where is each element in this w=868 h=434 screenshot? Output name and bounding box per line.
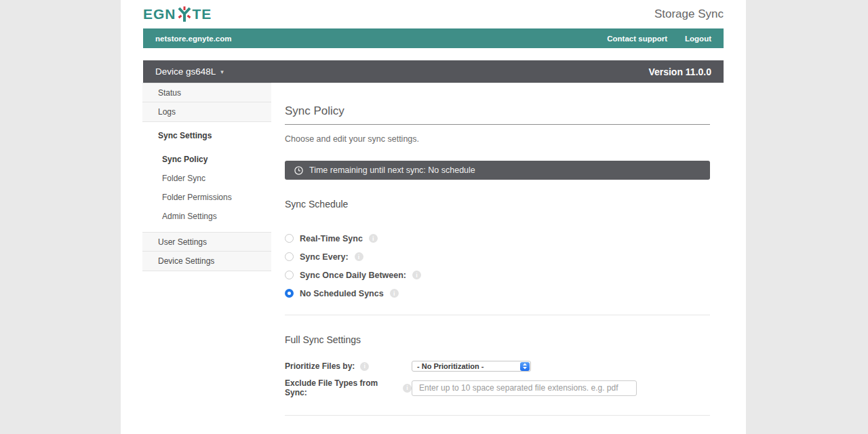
domain-name: netstore.egnyte.com (155, 35, 231, 43)
full-sync-settings-heading: Full Sync Settings (285, 334, 710, 345)
radio-option-real-time-sync[interactable]: Real-Time Sync i (285, 229, 710, 248)
top-header: EGN TE Storage Sync (121, 0, 746, 28)
sidebar-item-folder-sync[interactable]: Folder Sync (142, 169, 271, 188)
app-title: Storage Sync (654, 7, 724, 21)
sidebar-group-sync-settings: Sync Settings Sync Policy Folder Sync Fo… (142, 122, 271, 232)
sync-schedule-heading: Sync Schedule (285, 199, 710, 210)
title-divider (285, 124, 710, 125)
section-divider (285, 315, 710, 315)
sync-schedule-options: Real-Time Sync i Sync Every: i Sync Once… (285, 229, 710, 302)
radio-button[interactable] (285, 271, 294, 279)
main-area: Status Logs Sync Settings Sync Policy Fo… (142, 83, 746, 434)
prioritize-files-label: Prioritize Files by: (285, 361, 355, 371)
info-icon[interactable]: i (403, 384, 412, 393)
radio-button[interactable] (285, 252, 294, 261)
logout-link[interactable]: Logout (685, 35, 711, 43)
exclude-file-types-row: Exclude File Types from Sync: i (285, 378, 710, 397)
sidebar-item-user-settings[interactable]: User Settings (142, 232, 271, 252)
contact-support-link[interactable]: Contact support (607, 35, 667, 43)
sidebar-item-status[interactable]: Status (142, 83, 271, 102)
exclude-file-types-input[interactable] (412, 380, 637, 396)
info-icon[interactable]: i (412, 271, 421, 279)
page-title: Sync Policy (285, 104, 710, 118)
info-icon[interactable]: i (360, 362, 369, 371)
device-bar: Device gs648L ▾ Version 11.0.0 (143, 60, 724, 83)
radio-button-selected[interactable] (285, 289, 294, 298)
sidebar-item-logs[interactable]: Logs (142, 102, 271, 122)
info-icon[interactable]: i (390, 289, 399, 298)
radio-option-sync-every[interactable]: Sync Every: i (285, 248, 710, 266)
device-selector[interactable]: Device gs648L ▾ (155, 66, 224, 77)
sidebar-item-admin-settings[interactable]: Admin Settings (142, 207, 271, 226)
logo-text-left: EGN (143, 6, 176, 22)
chevron-down-icon: ▾ (220, 68, 224, 75)
logo-text-right: TE (193, 6, 212, 22)
device-name: Device gs648L (155, 66, 216, 77)
radio-option-sync-once-daily[interactable]: Sync Once Daily Between: i (285, 266, 710, 284)
clock-icon (294, 166, 303, 175)
sync-time-banner: Time remaining until next sync: No sched… (285, 161, 710, 180)
sidebar-item-sync-policy[interactable]: Sync Policy (142, 150, 271, 169)
sidebar-item-folder-permissions[interactable]: Folder Permissions (142, 188, 271, 207)
section-divider (285, 415, 710, 416)
sidebar-item-sync-settings[interactable]: Sync Settings (142, 130, 271, 150)
sidebar-item-device-settings[interactable]: Device Settings (142, 252, 271, 271)
prioritize-files-row: Prioritize Files by: i - No Prioritizati… (285, 361, 710, 372)
info-icon[interactable]: i (369, 234, 378, 243)
sync-time-banner-text: Time remaining until next sync: No sched… (309, 165, 475, 175)
app-window: EGN TE Storage Sync netstore.egnyte.com … (121, 0, 746, 434)
domain-bar: netstore.egnyte.com Contact support Logo… (143, 28, 724, 48)
version-label: Version 11.0.0 (648, 66, 711, 77)
content-panel: Sync Policy Choose and edit your sync se… (271, 83, 746, 434)
exclude-file-types-label: Exclude File Types from Sync: (285, 378, 397, 397)
radio-option-no-scheduled-syncs[interactable]: No Scheduled Syncs i (285, 284, 710, 302)
radio-button[interactable] (285, 234, 294, 243)
egnyte-logo: EGN TE (143, 6, 212, 22)
info-icon[interactable]: i (355, 252, 363, 261)
select-value: - No Prioritization - (417, 362, 484, 370)
sidebar-nav: Status Logs Sync Settings Sync Policy Fo… (142, 83, 271, 434)
logo-y-asterisk-icon (177, 6, 192, 22)
page-subtitle: Choose and edit your sync settings. (285, 134, 710, 144)
select-stepper-icon (520, 362, 530, 371)
prioritize-files-select[interactable]: - No Prioritization - (412, 361, 531, 372)
